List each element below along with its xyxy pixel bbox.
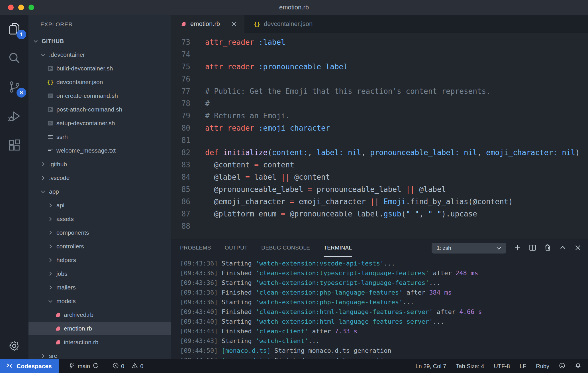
code-line: 84 @label = label || @content <box>171 171 588 183</box>
terminal-output[interactable]: [09:43:36] Starting 'watch-extension:vsc… <box>171 256 588 359</box>
close-tab-icon[interactable] <box>231 21 237 27</box>
language-indicator[interactable]: Ruby <box>536 363 549 370</box>
new-terminal-button[interactable] <box>514 244 521 253</box>
tab-debug-console[interactable]: DEBUG CONSOLE <box>261 240 310 257</box>
chevron-right-icon <box>39 161 47 168</box>
tree-item-archived-rb[interactable]: archived.rb <box>28 308 171 322</box>
tree-item-interaction-rb[interactable]: interaction.rb <box>28 335 171 349</box>
split-terminal-button[interactable] <box>529 244 536 253</box>
branch-indicator[interactable]: main <box>69 362 99 370</box>
tree-item-label: components <box>56 229 89 236</box>
line-number: 86 <box>171 197 190 206</box>
kill-terminal-button[interactable] <box>544 244 552 253</box>
encoding-indicator[interactable]: UTF-8 <box>494 363 510 370</box>
tree-item-ssrh[interactable]: ssrh <box>28 130 171 144</box>
feedback-smiley-button[interactable] <box>559 362 565 370</box>
extensions-activity-button[interactable] <box>0 131 28 160</box>
tree-item-mailers[interactable]: mailers <box>28 281 171 294</box>
line-number: 75 <box>171 62 190 71</box>
eol-indicator[interactable]: LF <box>520 363 526 370</box>
settings-button[interactable] <box>0 334 28 359</box>
terminal-line: [09:44:50] [monaco.d.ts] Starting monaco… <box>180 346 588 355</box>
code-line: 87 @platform_enum = @pronounceable_label… <box>171 208 588 220</box>
code-line: 81 <box>171 134 588 146</box>
code-text: @content = content <box>190 161 294 169</box>
code-editor[interactable]: 73attr_reader :label7475attr_reader :pro… <box>171 33 588 240</box>
zoom-window-button[interactable] <box>28 5 34 10</box>
tab-size-indicator[interactable]: Tab Size: 4 <box>456 363 484 370</box>
tree-item-label: helpers <box>56 257 76 263</box>
chevron-up-icon <box>559 244 567 253</box>
line-number: 82 <box>171 148 190 157</box>
tree-item--vscode[interactable]: .vscode <box>28 171 171 185</box>
warning-icon <box>132 362 138 370</box>
tree-item--github[interactable]: .github <box>28 157 171 171</box>
tree-item-build-devcontainer-sh[interactable]: build-devcontainer.sh <box>28 62 171 75</box>
close-icon <box>574 244 582 253</box>
tree-item-app[interactable]: app <box>28 185 171 198</box>
notifications-bell-button[interactable] <box>575 362 581 370</box>
terminal-selector-dropdown[interactable]: 1: zsh <box>432 243 506 254</box>
line-number: 85 <box>171 185 190 194</box>
tree-item-assets[interactable]: assets <box>28 212 171 226</box>
tab-output[interactable]: OUTPUT <box>225 240 248 257</box>
terminal-line: [09:43:36] Finished 'clean-extension:typ… <box>180 268 588 278</box>
tree-item-label: GITHUB <box>42 38 64 44</box>
tree-item-src[interactable]: src <box>28 349 171 359</box>
tab-terminal[interactable]: TERMINAL <box>324 240 352 257</box>
warning-count: 0 <box>140 363 143 370</box>
run-debug-activity-button[interactable] <box>0 102 28 131</box>
sh-file-icon <box>47 119 54 127</box>
tree-item-jobs[interactable]: jobs <box>28 267 171 281</box>
tree-item-components[interactable]: components <box>28 226 171 240</box>
line-number: 77 <box>171 87 190 96</box>
code-text: attr_reader :label <box>190 38 285 46</box>
tree-item-on-create-command-sh[interactable]: on-create-command.sh <box>28 89 171 103</box>
tab-problems[interactable]: PROBLEMS <box>180 240 211 257</box>
tree-item-devcontainer-json[interactable]: {}devcontainer.json <box>28 75 171 89</box>
code-line: 88 <box>171 220 588 232</box>
gear-icon <box>8 340 21 353</box>
sh-file-icon <box>47 106 54 113</box>
tab-emotion-rb[interactable]: emotion.rb <box>171 15 244 33</box>
tree-item-github[interactable]: GITHUB <box>28 34 171 48</box>
search-activity-button[interactable] <box>0 44 28 73</box>
maximize-panel-button[interactable] <box>559 244 567 253</box>
codespaces-remote-button[interactable]: Codespaces <box>0 359 59 373</box>
smiley-icon <box>559 362 565 370</box>
problems-indicator[interactable]: 0 0 <box>113 362 143 370</box>
tree-item-setup-devcontainer-sh[interactable]: setup-devcontainer.sh <box>28 116 171 130</box>
tree-item-welcome-message-txt[interactable]: welcome_message.txt <box>28 144 171 157</box>
tree-item-label: ssrh <box>56 133 68 140</box>
code-line: 83 @content = content <box>171 159 588 171</box>
plus-icon <box>514 244 521 253</box>
sync-icon[interactable] <box>93 362 99 370</box>
chevron-down-icon <box>495 245 502 252</box>
close-panel-button[interactable] <box>574 244 582 253</box>
code-line: 75attr_reader :pronounceable_label <box>171 60 588 73</box>
activity-bar: 1 8 <box>0 15 28 359</box>
code-line: 74 <box>171 48 588 60</box>
explorer-activity-button[interactable]: 1 <box>0 15 28 44</box>
tree-item-api[interactable]: api <box>28 198 171 212</box>
line-number: 73 <box>171 38 190 46</box>
tree-item-helpers[interactable]: helpers <box>28 253 171 267</box>
cursor-position[interactable]: Ln 29, Col 7 <box>415 363 446 370</box>
tab-devcontainer-json[interactable]: {} devcontainer.json <box>244 15 320 33</box>
tree-item-models[interactable]: models <box>28 294 171 308</box>
tree-item-label: src <box>49 352 57 359</box>
source-control-activity-button[interactable]: 8 <box>0 73 28 102</box>
trash-icon <box>544 244 552 253</box>
minimize-window-button[interactable] <box>18 5 24 10</box>
tab-label: devcontainer.json <box>264 20 313 28</box>
tree-item-label: app <box>49 188 59 195</box>
traffic-lights <box>8 5 34 10</box>
split-icon <box>529 244 536 253</box>
tree-item-emotion-rb[interactable]: emotion.rb <box>28 322 171 335</box>
tree-item-controllers[interactable]: controllers <box>28 240 171 253</box>
tree-item--devcontainer[interactable]: .devcontainer <box>28 48 171 62</box>
tree-item-label: models <box>56 298 76 305</box>
json-icon: {} <box>254 21 260 27</box>
tree-item-post-attach-command-sh[interactable]: post-attach-command.sh <box>28 103 171 116</box>
close-window-button[interactable] <box>8 5 14 10</box>
